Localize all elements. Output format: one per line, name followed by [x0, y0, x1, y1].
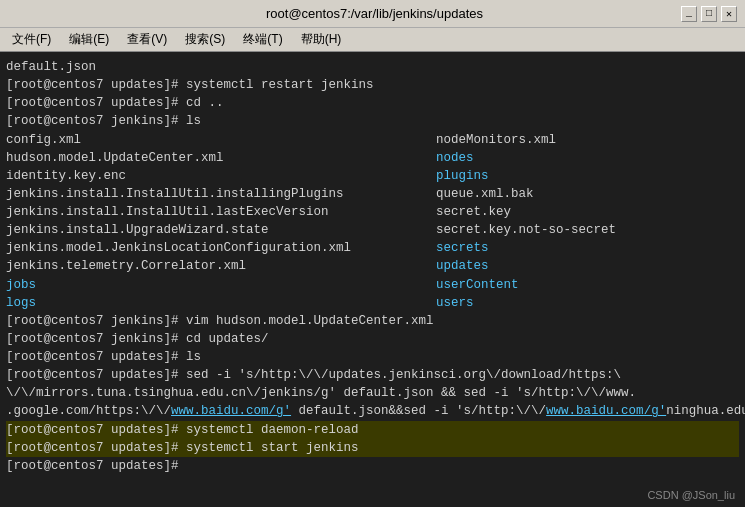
menu-view[interactable]: 查看(V): [119, 29, 175, 50]
line-4: [root@centos7 jenkins]# ls: [6, 112, 739, 130]
terminal: default.json [root@centos7 updates]# sys…: [0, 52, 745, 507]
line-20: .google.com/https:\/\/www.baidu.com/g' d…: [6, 402, 739, 420]
line-7-cols: identity.key.enc plugins: [6, 167, 739, 185]
line-17: [root@centos7 updates]# ls: [6, 348, 739, 366]
line-3: [root@centos7 updates]# cd ..: [6, 94, 739, 112]
line-8-cols: jenkins.install.InstallUtil.installingPl…: [6, 185, 739, 203]
menu-file[interactable]: 文件(F): [4, 29, 59, 50]
line-11-cols: jenkins.model.JenkinsLocationConfigurati…: [6, 239, 739, 257]
title-bar: root@centos7:/var/lib/jenkins/updates _ …: [0, 0, 745, 28]
line-16: [root@centos7 jenkins]# cd updates/: [6, 330, 739, 348]
menu-terminal[interactable]: 终端(T): [235, 29, 290, 50]
menu-bar: 文件(F) 编辑(E) 查看(V) 搜索(S) 终端(T) 帮助(H): [0, 28, 745, 52]
window-title: root@centos7:/var/lib/jenkins/updates: [68, 6, 681, 21]
line-18: [root@centos7 updates]# sed -i 's/http:\…: [6, 366, 739, 384]
line-12-cols: jenkins.telemetry.Correlator.xml updates: [6, 257, 739, 275]
line-5-cols: config.xml nodeMonitors.xml: [6, 131, 739, 149]
line-19: \/\/mirrors.tuna.tsinghua.edu.cn\/jenkin…: [6, 384, 739, 402]
close-button[interactable]: ✕: [721, 6, 737, 22]
line-9-cols: jenkins.install.InstallUtil.lastExecVers…: [6, 203, 739, 221]
menu-help[interactable]: 帮助(H): [293, 29, 350, 50]
title-bar-controls[interactable]: _ □ ✕: [681, 6, 737, 22]
line-10-cols: jenkins.install.UpgradeWizard.state secr…: [6, 221, 739, 239]
line-15: [root@centos7 jenkins]# vim hudson.model…: [6, 312, 739, 330]
line-23: [root@centos7 updates]#: [6, 457, 739, 475]
line-6-cols: hudson.model.UpdateCenter.xml nodes: [6, 149, 739, 167]
menu-search[interactable]: 搜索(S): [177, 29, 233, 50]
line-1: default.json: [6, 58, 739, 76]
line-14-cols: logs users: [6, 294, 739, 312]
line-21: [root@centos7 updates]# systemctl daemon…: [6, 421, 739, 439]
maximize-button[interactable]: □: [701, 6, 717, 22]
watermark: CSDN @JSon_liu: [647, 489, 735, 501]
menu-edit[interactable]: 编辑(E): [61, 29, 117, 50]
line-13-cols: jobs userContent: [6, 276, 739, 294]
minimize-button[interactable]: _: [681, 6, 697, 22]
line-22: [root@centos7 updates]# systemctl start …: [6, 439, 739, 457]
line-2: [root@centos7 updates]# systemctl restar…: [6, 76, 739, 94]
